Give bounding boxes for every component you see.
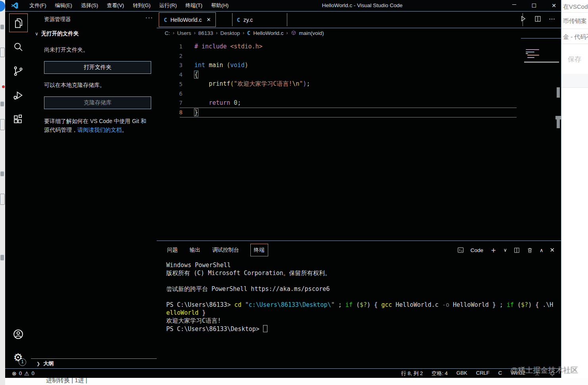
- new-terminal-icon[interactable]: ＋: [490, 245, 497, 255]
- tab-HelloWorld.c[interactable]: CHelloWorld.c✕: [159, 12, 216, 27]
- tab-label: zy.c: [243, 17, 253, 23]
- chevron-down-icon[interactable]: ∨: [503, 247, 507, 253]
- terminal-output[interactable]: Windows PowerShell版权所有 (C) Microsoft Cor…: [166, 262, 555, 341]
- tab-zy.c[interactable]: Czy.c: [232, 12, 257, 27]
- background-edge-mark: [0, 194, 5, 205]
- menu-item-转到(G)[interactable]: 转到(G): [129, 1, 154, 10]
- terminal-cursor: [263, 325, 267, 332]
- status-language-mode[interactable]: C: [498, 370, 502, 377]
- line-number: 8: [157, 109, 183, 116]
- minimap[interactable]: [524, 48, 560, 60]
- breadcrumb-item[interactable]: main(void): [299, 30, 324, 36]
- more-actions-icon[interactable]: ···: [145, 14, 153, 22]
- close-panel-icon[interactable]: ✕: [550, 246, 555, 254]
- terminal-line: PS C:\Users\86133\Desktop>: [166, 325, 559, 333]
- menu-item-帮助(H)[interactable]: 帮助(H): [208, 1, 232, 10]
- section-no-folder[interactable]: ∨ 无打开的文件夹: [35, 30, 79, 37]
- minimap-slider[interactable]: [524, 62, 559, 63]
- code-line: 7 return 0;: [157, 98, 561, 108]
- split-editor-icon[interactable]: [534, 15, 542, 23]
- terminal-line: 欢迎大家学习C语言!: [166, 317, 559, 325]
- background-page-item[interactable]: 金 - 代码不: [563, 33, 588, 41]
- section-label: 无打开的文件夹: [41, 30, 79, 37]
- background-page-item[interactable]: 在VSCod: [563, 3, 588, 11]
- sidebar-title: 资源管理器: [44, 16, 71, 23]
- git-docs-link[interactable]: 请阅读我们的文档: [77, 127, 122, 133]
- line-number: 2: [157, 53, 183, 59]
- maximize-panel-icon[interactable]: ∧: [540, 247, 544, 253]
- sidebar-item-source-control[interactable]: [9, 62, 27, 80]
- sidebar-item-search[interactable]: [9, 38, 27, 56]
- editor-group: CHelloWorld.c✕Czy.c ⋯ C:›Users›86133›Des…: [157, 12, 561, 241]
- background-page-bottom: 进制转换 | 1进 |: [5, 378, 588, 385]
- problems-status[interactable]: ⊗ 0 ⚠ 0: [12, 370, 35, 377]
- divider: [561, 44, 588, 44]
- background-edge-mark: [0, 48, 5, 57]
- minimize-button[interactable]: ─: [510, 1, 518, 8]
- explorer-icon: [13, 17, 25, 29]
- clone-repo-button[interactable]: 克隆存储库: [44, 96, 151, 109]
- breadcrumb-item[interactable]: Desktop: [220, 30, 240, 36]
- menu-item-终端(T)[interactable]: 终端(T): [182, 1, 206, 10]
- background-notification-dot: [2, 85, 5, 88]
- panel-tab-终端[interactable]: 终端: [250, 244, 268, 256]
- line-number: 4: [157, 71, 183, 78]
- window-controls: ─ ☐ ✕: [510, 0, 558, 11]
- c-file-icon: C: [237, 17, 240, 23]
- status-eol[interactable]: CRLF: [476, 370, 490, 377]
- run-debug-icon: [12, 89, 24, 101]
- screen: 保存 在VSCod币传销案金 - 代码不 进制转换 | 1进 | 文件(F)编辑…: [0, 0, 588, 385]
- vscode-logo-icon: [11, 2, 19, 10]
- close-button[interactable]: ✕: [550, 2, 558, 9]
- terminal-line: [166, 293, 559, 301]
- scrollbar-thumb[interactable]: [557, 119, 560, 128]
- maximize-button[interactable]: ☐: [530, 2, 538, 9]
- menu-item-运行(R)[interactable]: 运行(R): [156, 1, 180, 10]
- status-encoding[interactable]: GBK: [456, 370, 467, 377]
- close-tab-icon[interactable]: ✕: [207, 17, 211, 23]
- breadcrumb-item[interactable]: HelloWorld.c: [253, 30, 283, 36]
- sidebar-item-explorer[interactable]: [9, 13, 28, 32]
- background-app-logo: [0, 1, 5, 12]
- warnings-icon: ⚠: [24, 370, 29, 377]
- panel-tab-输出[interactable]: 输出: [189, 244, 201, 256]
- account-button[interactable]: [9, 325, 27, 343]
- breadcrumb-item[interactable]: C:: [165, 30, 170, 36]
- menu-item-编辑(E)[interactable]: 编辑(E): [52, 1, 76, 10]
- chevron-right-icon: ›: [243, 30, 244, 36]
- background-edge-mark: [0, 102, 4, 106]
- menu-item-选择(S)[interactable]: 选择(S): [77, 1, 102, 10]
- outline-section[interactable]: ❯ 大纲: [31, 358, 162, 368]
- breadcrumb-item[interactable]: 86133: [198, 30, 213, 36]
- kill-terminal-icon[interactable]: [527, 247, 533, 254]
- explorer-sidebar: 资源管理器 ··· ∨ 无打开的文件夹 尚未打开文件夹。 打开文件夹 可以在本地…: [31, 12, 162, 368]
- sidebar-item-extensions[interactable]: [9, 110, 27, 128]
- background-edge-mark: [0, 25, 4, 29]
- shell-name[interactable]: Code: [471, 247, 483, 253]
- sidebar-item-run-debug[interactable]: [9, 86, 27, 104]
- settings-button[interactable]: ⚙ 1: [9, 349, 27, 367]
- chevron-right-icon: ›: [216, 30, 217, 36]
- menu-item-文件(F)[interactable]: 文件(F): [26, 1, 50, 10]
- code-line: 1# include <stdio.h>: [157, 42, 561, 51]
- background-bottom-text: 进制转换 | 1进 |: [46, 378, 87, 384]
- background-save-label[interactable]: 保存: [568, 55, 581, 64]
- status-cursor-position[interactable]: 行 8, 列 2: [401, 370, 423, 377]
- menu-item-查看(V)[interactable]: 查看(V): [103, 1, 127, 10]
- breadcrumb-item[interactable]: Users: [177, 30, 191, 36]
- status-indentation[interactable]: 空格: 4: [432, 370, 448, 377]
- code-editor[interactable]: 1# include <stdio.h>23int main (void)4{5…: [157, 39, 561, 241]
- background-page-item[interactable]: 币传销案: [563, 17, 587, 25]
- editor-actions: ⋯: [519, 15, 555, 23]
- scrollbar-thumb[interactable]: [557, 87, 560, 98]
- chevron-right-icon: ❯: [37, 361, 40, 366]
- panel-tab-调试控制台[interactable]: 调试控制台: [211, 244, 240, 256]
- code-text: return 0;: [194, 99, 241, 106]
- code-text: printf("欢迎大家学习C语言!\n");: [194, 80, 310, 88]
- open-folder-button[interactable]: 打开文件夹: [44, 61, 151, 74]
- more-actions-icon[interactable]: ⋯: [549, 15, 555, 23]
- panel-tab-问题[interactable]: 问题: [166, 244, 179, 256]
- terminal-line: [166, 277, 559, 285]
- split-terminal-icon[interactable]: [513, 247, 520, 254]
- run-file-icon[interactable]: [519, 15, 527, 23]
